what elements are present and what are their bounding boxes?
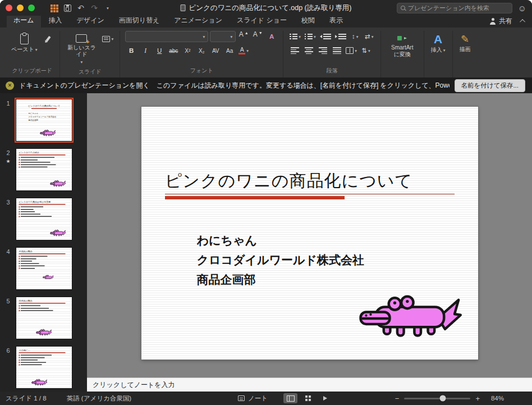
zoom-window-button[interactable]	[28, 4, 35, 11]
zoom-percentage[interactable]: 84%	[485, 395, 504, 402]
pink-crocodile-drawing[interactable]	[359, 288, 464, 340]
tab-design[interactable]: デザイン	[70, 14, 111, 28]
slide-number: 5	[6, 298, 10, 304]
slide-body-text[interactable]: わにちゃん クロコダイルワールド株式会社 商品企画部	[197, 230, 364, 289]
normal-view-button[interactable]	[283, 393, 297, 403]
collapse-ribbon-button[interactable]	[520, 19, 525, 25]
grow-font-button[interactable]: A▲	[237, 31, 250, 42]
thumbnail-row-2: 2 ★ ピンクのワニの紹介	[0, 149, 87, 190]
superscript-button[interactable]: X²	[181, 45, 194, 56]
save-button[interactable]	[61, 2, 74, 14]
slideshow-button[interactable]	[318, 393, 332, 403]
font-name-combo[interactable]: ▾	[125, 31, 208, 42]
slide-thumbnail-6[interactable]: その他に…	[16, 347, 72, 388]
slide-sorter-view-button[interactable]	[301, 393, 315, 403]
draw-button[interactable]: ✎ 描画	[458, 31, 473, 54]
format-painter-button[interactable]	[42, 33, 54, 44]
language-indicator[interactable]: 英語 (アメリカ合衆国)	[67, 394, 131, 403]
bullets-button[interactable]: ▾	[288, 31, 302, 42]
thumbnail-row-1: 1 ピンクのワニの商品化について わにちゃん クロコダイルワールド株式会社 商品…	[0, 99, 87, 141]
tab-review[interactable]: 校閲	[295, 14, 322, 28]
normal-view-icon	[287, 395, 295, 402]
align-left-button[interactable]	[288, 45, 301, 56]
font-color-icon: A	[239, 47, 245, 55]
convert-to-smartart-button[interactable]: SmartArt に変換	[386, 31, 419, 59]
zoom-out-button[interactable]: −	[395, 394, 400, 403]
slide-layout-button[interactable]: ▾	[101, 33, 114, 44]
new-slide-button[interactable]: 新しいスライド ▾	[65, 31, 98, 66]
line-spacing-button[interactable]: ↕▾	[349, 31, 361, 42]
vertical-align-button[interactable]: ⇅▾	[360, 45, 372, 56]
minimize-window-button[interactable]	[17, 4, 24, 11]
zoom-slider[interactable]	[404, 398, 470, 399]
italic-button[interactable]: I	[139, 45, 152, 56]
close-window-button[interactable]	[6, 4, 12, 11]
columns-button[interactable]: ▾	[345, 45, 358, 56]
slide-thumbnail-2[interactable]: ピンクのワニの紹介	[16, 149, 72, 190]
save-as-button[interactable]: 名前を付けて保存...	[455, 79, 525, 92]
slide-thumbnail-5[interactable]: 幼児向け商品	[16, 297, 72, 339]
status-bar: スライド 1 / 8 英語 (アメリカ合衆国) ノート − + 84%	[0, 392, 532, 405]
play-icon	[323, 396, 327, 401]
window-title-text: ピンクのワニの商品化について.odp (読み取り専用)	[189, 3, 352, 13]
slide-thumbnail-3[interactable]: ピンクのワニ商品が受ける業種	[16, 198, 72, 240]
ribbon-group-draw: ✎ 描画	[452, 31, 478, 78]
notes-pane[interactable]: クリックしてノートを入力	[87, 377, 532, 392]
readonly-warning-bar: ✕ ドキュメントのプレゼンテーションを開く このファイルは読み取り専用です。変更…	[0, 78, 532, 93]
change-case-button[interactable]: Aa	[223, 45, 236, 56]
thumb-title: 幼児向け商品	[19, 299, 70, 303]
chevron-down-icon: ▾	[111, 37, 113, 42]
thumb-title: 子供向け商品	[19, 250, 70, 253]
align-center-button[interactable]	[302, 45, 315, 56]
chevron-down-icon: ▾	[372, 34, 374, 39]
slide-position: スライド 1 / 8	[6, 394, 47, 403]
app-grid-button[interactable]	[47, 2, 61, 14]
subscript-button[interactable]: X₂	[195, 45, 208, 56]
numbering-button[interactable]: ▾	[304, 31, 317, 42]
clear-formatting-button[interactable]: A	[265, 31, 278, 42]
align-right-button[interactable]	[317, 45, 329, 56]
notes-toggle[interactable]: ノート	[238, 394, 268, 403]
justify-button[interactable]	[331, 45, 343, 56]
paste-button[interactable]: ペースト▾	[10, 31, 39, 54]
bold-button[interactable]: B	[125, 45, 137, 56]
underline-button[interactable]: U	[153, 45, 166, 56]
increase-indent-button[interactable]	[334, 31, 347, 42]
search-field[interactable]	[397, 3, 512, 13]
chevron-down-icon: ▾	[299, 34, 301, 39]
character-spacing-button[interactable]: AV	[209, 45, 222, 56]
insert-button[interactable]: A 挿入▾	[429, 31, 447, 54]
pencil-icon: ✎	[461, 34, 469, 44]
chevron-down-icon: ▾	[35, 47, 38, 52]
slide-thumbnail-4[interactable]: 子供向け商品	[16, 248, 72, 289]
slide-title[interactable]: ピンクのワニの商品化について	[165, 170, 413, 193]
slide-number: 4	[6, 248, 10, 255]
warning-icon: ✕	[6, 81, 14, 90]
search-input[interactable]	[408, 4, 508, 11]
font-color-button[interactable]: A ▾	[237, 45, 250, 56]
tab-transitions[interactable]: 画面切り替え	[112, 14, 167, 28]
slide-thumbnail-1[interactable]: ピンクのワニの商品化について わにちゃん クロコダイルワールド株式会社 商品企画…	[16, 99, 72, 141]
outdent-icon	[320, 35, 322, 38]
tab-animations[interactable]: アニメーション	[167, 14, 229, 28]
zoom-slider-knob[interactable]	[439, 395, 446, 402]
tab-insert[interactable]: 挿入	[42, 14, 69, 28]
slide-1[interactable]: ピンクのワニの商品化について わにちゃん クロコダイルワールド株式会社 商品企画…	[141, 107, 478, 360]
redo-button[interactable]: ↷	[88, 2, 101, 14]
ribbon-group-insert: A 挿入▾	[424, 31, 452, 78]
ribbon: ペースト▾ クリップボード 新しいスライド ▾ ▾ スライド	[0, 28, 532, 78]
font-size-combo[interactable]: ▾	[210, 31, 236, 42]
strikethrough-button[interactable]: abc	[167, 45, 180, 56]
toolbar-chevron-button[interactable]: ▾	[101, 2, 114, 14]
zoom-in-button[interactable]: +	[475, 394, 480, 403]
decrease-indent-button[interactable]	[319, 31, 332, 42]
tab-home[interactable]: ホーム	[7, 14, 41, 28]
share-button[interactable]: 共有	[489, 16, 512, 26]
text-direction-button[interactable]: ⇄▾	[363, 31, 375, 42]
undo-button[interactable]: ↶	[74, 2, 88, 14]
tab-slideshow[interactable]: スライド ショー	[230, 14, 293, 28]
tab-view[interactable]: 表示	[323, 14, 350, 28]
shrink-font-button[interactable]: A▼	[251, 31, 264, 42]
text-direction-icon: ⇄	[365, 33, 370, 40]
feedback-smiley-icon[interactable]: ☺	[518, 3, 526, 13]
